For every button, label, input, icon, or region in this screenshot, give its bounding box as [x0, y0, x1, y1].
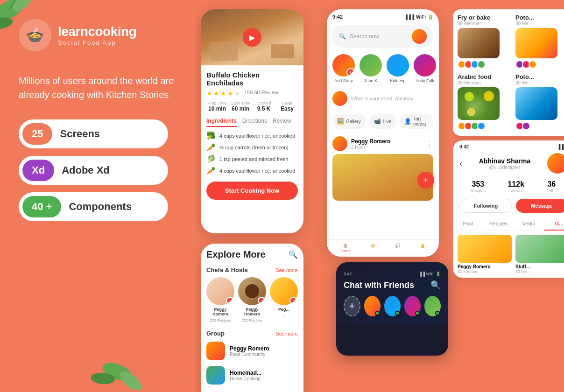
app-logo-icon: 🍲 [19, 19, 51, 51]
tab-vedio[interactable]: Vedio [514, 217, 544, 231]
story-avatar[interactable] [414, 54, 436, 77]
content-card-1: Peggy Romero 30 Member [458, 235, 512, 274]
chat-search-icon[interactable]: 🔍 [430, 280, 441, 290]
feed-phone: 9:42 ▐▐▐WiFi🔋 🔍 Search now + Add Story [327, 9, 439, 257]
app-subtitle: Social Food App [58, 39, 136, 46]
adobexd-label: Adobe Xd [62, 164, 110, 176]
profile-tabs: Post Recipes Vedio G... [453, 217, 564, 231]
nav-bell[interactable]: 🔔 [420, 244, 425, 253]
chef-notification-dot [258, 297, 265, 304]
recipe-title: Buffalo Chicken Enchiladas [206, 71, 290, 87]
screens-badge: 25 Screens [19, 119, 168, 148]
chat-user-avatar[interactable] [404, 296, 421, 316]
tab-directions[interactable]: Directions [242, 116, 267, 127]
screens-area: ▶ Buffalo Chicken Enchiladas ♡ ★★★★ ★ 15… [196, 0, 564, 392]
play-button[interactable]: ▶ [243, 28, 261, 47]
see-more-chefs[interactable]: See more [275, 267, 298, 273]
profile-header: ‹ Abhinav Sharma @uiuxdesigner [453, 151, 564, 177]
logo-area: 🍲 learncooking Social Food App [19, 19, 177, 51]
recipe-phone: ▶ Buffalo Chicken Enchiladas ♡ ★★★★ ★ 15… [201, 9, 303, 233]
components-count: 40 + [22, 196, 61, 217]
search-icon: 🔍 [339, 33, 346, 40]
gallery-button[interactable]: 🖼️ Gallery [332, 114, 366, 129]
category-fry-or-bake: Fry or bake 30 Member Poto... 30 Me... [458, 14, 564, 69]
post-placeholder[interactable]: What is your mind, Abhinav [351, 96, 433, 101]
chef-item: Peggy Romero 222 Recipes [206, 277, 234, 322]
post-menu-icon[interactable]: ⋮ [426, 140, 433, 148]
star-rating: ★★★★ ★ 159.60 Review [206, 90, 298, 97]
tab-ingredients[interactable]: Ingredients [206, 116, 237, 127]
chef-notification-dot [226, 297, 233, 304]
nav-chat[interactable]: 💬 [395, 244, 400, 253]
bottom-navigation: 🏠 Home 🧭 💬 🔔 [327, 239, 439, 257]
recipe-image: ▶ [201, 9, 303, 65]
arabic-food-title: Arabic food [458, 73, 512, 80]
arabic-food-members: 30 Member [458, 80, 512, 85]
profile-content-grid: Peggy Romero 30 Member Stuff... 30 Me... [453, 231, 564, 278]
explore-phone: Explore More 🔍 Chefs & Hosts See more Pe… [201, 244, 303, 392]
status-bar: 9:42 ▐▐▐WiFi🔋 [327, 9, 439, 22]
chef-item: Peggy Romero 222 Recipes [238, 277, 266, 322]
message-button[interactable]: Message [516, 199, 564, 213]
review-count: 159.60 Review [244, 90, 278, 97]
views-count: 112k [508, 180, 524, 189]
chat-avatars: + [344, 296, 441, 316]
cat-image [458, 28, 500, 58]
adobexd-icon: Xd [22, 160, 54, 181]
add-chat-button[interactable]: + [344, 296, 360, 316]
following-button[interactable]: Following [459, 199, 512, 213]
live-button[interactable]: 📹 Live [369, 114, 396, 129]
recipe-meta: Prep.Time10 min Cook Time60 min Cooked9.… [206, 101, 298, 112]
chat-user-avatar[interactable] [364, 296, 381, 316]
recipes-count: 353 [471, 180, 486, 189]
ingredient-list: 🥦4 cups cauliflower rice, uncooked 🥕½ cu… [206, 131, 298, 175]
app-name: learncooking [58, 24, 136, 39]
heart-icon[interactable]: ♡ [290, 71, 298, 81]
recipe-tabs: Ingredients Directions Review [206, 116, 298, 127]
feed-post: Peggy Romero 2 Hour ⋮ [327, 133, 439, 204]
chat-user-avatar[interactable] [384, 296, 401, 316]
tab-post[interactable]: Post [453, 217, 483, 231]
search-bar[interactable]: 🔍 Search now [332, 25, 433, 48]
fab-button[interactable]: + [417, 172, 434, 189]
search-icon[interactable]: 🔍 [289, 250, 298, 259]
recipes-label: Recipes [471, 189, 486, 193]
screens-label: Screens [60, 128, 100, 140]
poster-avatar [332, 136, 347, 151]
group-section: Peggy Romero Food Community Homemad... H… [201, 339, 303, 387]
see-more-groups[interactable]: See more [275, 331, 298, 336]
stories-row: + Add Story John K Kuldeep Andy Falk [327, 50, 439, 87]
tab-recipes[interactable]: Recipes [483, 217, 514, 231]
explore-title: Explore More [206, 249, 266, 260]
content-card-2: Stuff... 30 Me... [515, 235, 564, 274]
cat-avatars [458, 60, 512, 69]
add-story-avatar[interactable]: + [332, 54, 355, 77]
chefs-scroll: Peggy Romero 222 Recipes Peggy Romero 22… [201, 275, 303, 326]
chat-title: Chat with Friends [344, 280, 414, 290]
profile-stats: 353 Recipes 112k Views 36 Foll... [453, 177, 564, 196]
categories-panel: Fry or bake 30 Member Poto... 30 Me... [453, 9, 564, 136]
post-actions: 🖼️ Gallery 📹 Live 👤 Tag media [327, 110, 439, 133]
chefs-label: Chefs & Hosts [206, 266, 248, 273]
chefs-section-header: Chefs & Hosts See more [201, 263, 303, 275]
group-item: Homemad... Home Cooking [206, 363, 298, 387]
nav-compass[interactable]: 🧭 [371, 244, 375, 253]
tag-button[interactable]: 👤 Tag media [400, 114, 433, 129]
start-cooking-button[interactable]: Start Cooking Now [206, 182, 298, 200]
post-time: 2 Hour [351, 145, 391, 150]
components-label: Components [69, 201, 131, 213]
category-arabic-food: Arabic food 30 Member [458, 73, 564, 130]
left-panel: 🍲 learncooking Social Food App Millions … [0, 0, 196, 392]
story-avatar[interactable] [360, 54, 382, 77]
chat-phone: 9:42 ▐▐ WiFi 🔋 Chat with Friends 🔍 + [336, 262, 448, 356]
group-item: Peggy Romero Food Community [206, 339, 298, 363]
tab-review[interactable]: Review [273, 116, 291, 127]
status-bar: ▐▐1 [557, 144, 564, 149]
profile-phone: 9:42 ▐▐1 ‹ Abhinav Sharma @uiuxdesigner … [453, 140, 564, 278]
poster-name: Peggy Romero [351, 138, 391, 145]
nav-home[interactable]: 🏠 Home [341, 244, 351, 253]
story-avatar[interactable] [387, 54, 409, 77]
screens-count: 25 [22, 123, 52, 145]
chat-user-avatar[interactable] [424, 296, 441, 316]
tab-g[interactable]: G... [544, 217, 564, 231]
